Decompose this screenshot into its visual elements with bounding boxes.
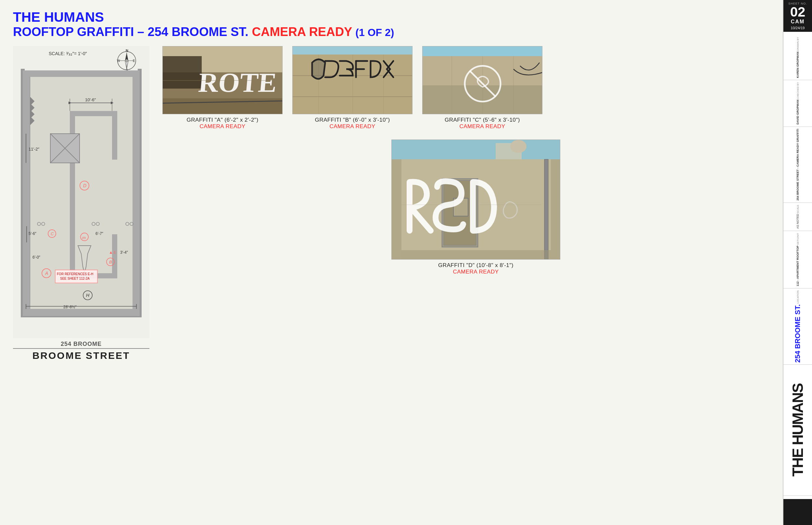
svg-text:6′-7″: 6′-7″ [96,231,104,236]
caption-camera-ready-d: CAMERA READY [438,269,513,275]
svg-rect-19 [112,234,117,279]
photo-caption-c: GRAFFITI "C" (5′-6" x 3′-10") CAMERA REA… [445,117,520,130]
svg-text:10′-6″: 10′-6″ [85,97,96,102]
svg-text:B: B [109,259,112,265]
photos-row-top: ROTE GRAFFITI "A" (6′-2" x 2′-2") CAMERA… [162,46,770,130]
sidebar-row-location: LOCATION 254 BROOME ST. [783,288,812,365]
sidebar-row-drawn: DRAWN BY KAREN GROPMAN [783,35,812,80]
svg-text:SEE SHEET 112-2A: SEE SHEET 112-2A [60,277,90,280]
svg-rect-89 [392,140,560,159]
caption-camera-ready-c: CAMERA READY [445,123,520,130]
svg-rect-72 [293,46,412,55]
svg-text:N: N [126,49,128,52]
photos-area: ROTE GRAFFITI "A" (6′-2" x 2′-2") CAMERA… [162,46,770,275]
svg-rect-65 [163,98,282,114]
floorplan-container: SCALE: ³⁄₃₂″= 1′-0″ N S W E [13,46,149,361]
svg-rect-14 [23,309,140,316]
svg-text:D: D [83,183,86,188]
photo-caption-d: GRAFFITI "D" (10′-8" x 8′-1") CAMERA REA… [438,262,513,275]
sidebar-row-title: THE HUMANS [783,365,812,496]
cam-label: CAM [791,19,804,25]
svg-text:▲: ▲ [109,250,113,255]
sidebar: SHEET NO. 02 CAM 10/24/19 DRAWN BY KAREN… [783,0,812,525]
svg-rect-18 [112,111,117,160]
svg-text:W: W [117,59,120,63]
photo-svg-a: ROTE [163,46,282,114]
svg-text:28′-8½″: 28′-8½″ [63,305,77,309]
sidebar-row-project: 254 BROOME STREET - CAMERA READY GRAFFIT… [783,127,812,203]
svg-text:FOR REFERENCES E-H: FOR REFERENCES E-H [57,272,93,276]
broome-label: 254 BROOME [13,341,149,347]
caption-label-d: GRAFFITI "D" (10′-8" x 8′-1") [438,262,513,269]
photos-row-bottom: GRAFFITI "D" (10′-8" x 8′-1") CAMERA REA… [162,139,770,275]
sheet-number: 02 [790,5,806,19]
project-title-large: THE HUMANS [789,384,807,477]
svg-rect-16 [70,111,112,116]
svg-text:E: E [133,59,135,63]
floorplan-svg: SCALE: ³⁄₃₂″= 1′-0″ N S W E [13,46,149,338]
photo-item-c: GRAFFITI "C" (5′-6" x 3′-10") CAMERA REA… [422,46,542,130]
photo-svg-b [293,46,412,114]
photo-box-c [422,46,542,114]
sidebar-row-checked: CHECKED BY DAVID GROPMAN [783,80,812,127]
caption-camera-ready-a: CAMERA READY [186,123,258,130]
svg-rect-98 [402,250,551,259]
svg-rect-80 [423,46,542,56]
photo-box-b [292,46,412,114]
svg-rect-97 [545,159,548,259]
svg-text:11′-2″: 11′-2″ [29,147,39,151]
svg-text:5′-6″: 5′-6″ [29,231,37,236]
caption-label-c: GRAFFITI "C" (5′-6" x 3′-10") [445,117,520,123]
svg-rect-13 [23,71,140,77]
photo-box-a: ROTE [162,46,282,114]
location-value: 254 BROOME ST. [794,304,802,363]
svg-text:m: m [82,235,86,240]
title-line2: ROOFTOP GRAFFITI – 254 BROOME ST. CAMERA… [13,25,770,40]
photo-svg-d [392,140,560,259]
camera-ready-header: CAMERA READY [252,25,352,39]
svg-text:ROTE: ROTE [197,67,278,97]
set-label: SET/UNIT [796,233,799,245]
svg-text:H: H [86,293,90,298]
sidebar-row-set: SET/UNIT 112 - APARTMENT ROOFTOP [783,231,812,288]
svg-text:E: E [114,251,116,254]
sidebar-bottom [783,499,812,525]
sidebar-row-scale: SCALE AS NOTED [783,203,812,231]
svg-point-91 [510,140,526,153]
svg-text:3′-4″: 3′-4″ [120,250,128,255]
scale-label: SCALE [796,205,799,213]
sidebar-rotated-section: DRAWN BY KAREN GROPMAN CHECKED BY DAVID … [783,32,812,499]
project-label: 254 BROOME STREET - CAMERA READY GRAFFIT… [796,129,799,200]
sidebar-top-block: SHEET NO. 02 CAM 10/24/19 [783,0,812,32]
photo-item-b: GRAFFITI "B" (6′-0" x 3′-10") CAMERA REA… [292,46,412,130]
location-label: LOCATION [796,290,799,303]
main-content: THE HUMANS ROOFTOP GRAFFITI – 254 BROOME… [0,0,783,525]
svg-text:6′-0″: 6′-0″ [32,255,41,259]
photo-svg-c [423,46,542,114]
svg-text:C: C [51,231,54,236]
svg-rect-11 [23,74,30,312]
svg-text:SCALE: ³⁄₃₂″= 1′-0″: SCALE: ³⁄₃₂″= 1′-0″ [49,51,87,56]
svg-rect-53 [55,270,98,283]
content-area: SCALE: ³⁄₃₂″= 1′-0″ N S W E [13,46,770,361]
set-value: 112 - APARTMENT ROOFTOP [796,246,799,286]
page-num: (1 OF 2) [355,27,394,38]
scale-value: AS NOTED [796,214,799,229]
floorplan-footer: 254 BROOME BROOME STREET [13,341,149,361]
caption-camera-ready-b: CAMERA READY [315,123,390,130]
svg-rect-66 [163,56,202,89]
photo-item-d: GRAFFITI "D" (10′-8" x 8′-1") CAMERA REA… [391,139,560,275]
page-header: THE HUMANS ROOFTOP GRAFFITI – 254 BROOME… [13,10,770,40]
title-line1: THE HUMANS [13,10,770,25]
broome-street-label: BROOME STREET [13,348,149,361]
title-blue-text: ROOFTOP GRAFFITI – 254 BROOME ST. [13,25,248,39]
photo-box-d [391,139,560,259]
caption-label-b: GRAFFITI "B" (6′-0" x 3′-10") [315,117,390,123]
drawn-by-value: KAREN GROPMAN [796,51,799,78]
svg-rect-12 [132,74,140,312]
photo-caption-a: GRAFFITI "A" (6′-2" x 2′-2") CAMERA READ… [186,117,258,130]
checked-by-value: DAVID GROPMAN [796,100,799,124]
checked-by-label: CHECKED BY [796,82,799,99]
photo-item-a: ROTE GRAFFITI "A" (6′-2" x 2′-2") CAMERA… [162,46,282,130]
caption-label-a: GRAFFITI "A" (6′-2" x 2′-2") [186,117,258,123]
